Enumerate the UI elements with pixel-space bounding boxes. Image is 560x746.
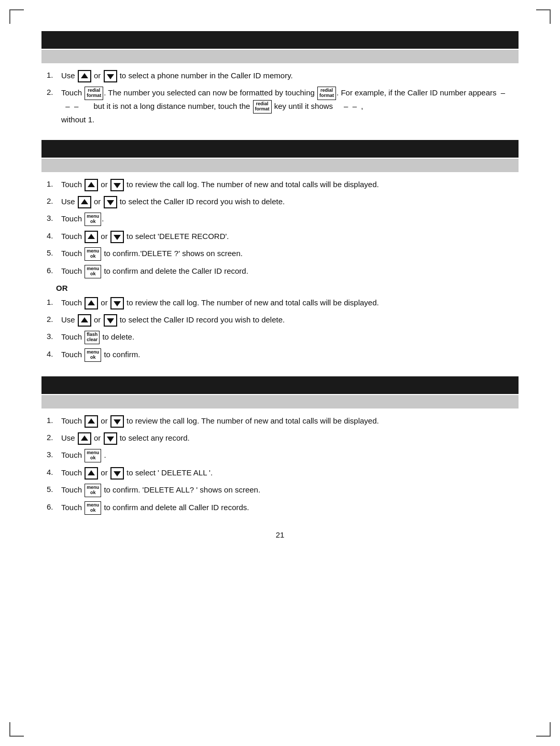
section-header-1: [41, 31, 519, 49]
page-number: 21: [41, 530, 519, 539]
down-arrow-icon: [110, 467, 124, 480]
menu-ok-key: menuok: [85, 501, 101, 515]
step-num: 1.: [47, 297, 61, 308]
delete-step-2: 2. Use or to select the Caller ID record…: [47, 195, 513, 208]
format-step-1: 1. Use or to select a phone number in th…: [47, 69, 513, 82]
step-content: Touch menuok to confirm. 'DELETE ALL? ' …: [61, 484, 513, 497]
format-step-2: 2. Touch redialformat. The number you se…: [47, 87, 513, 125]
up-arrow-icon: [78, 70, 91, 82]
down-arrow-icon: [110, 415, 124, 428]
section-delete-record: 1. Touch or to review the call log. The …: [41, 140, 519, 362]
step-num: 5.: [47, 247, 61, 259]
step-num: 1.: [47, 69, 61, 81]
step-num: 5.: [47, 484, 61, 496]
up-arrow-icon: [78, 196, 91, 208]
step-content: Touch flashclear to delete.: [61, 331, 513, 344]
step-num: 1.: [47, 178, 61, 190]
redial-format-key2: redialformat: [317, 87, 336, 100]
step-content: Touch menuok.: [61, 213, 513, 226]
step-content: Use or to select a phone number in the C…: [61, 69, 513, 82]
step-num: 2.: [47, 314, 61, 326]
up-arrow-icon: [85, 297, 98, 309]
down-arrow-icon: [104, 432, 117, 445]
corner-tl: [9, 9, 24, 24]
step-num: 3.: [47, 331, 61, 343]
delete-all-step-2: 2. Use or to select any record.: [47, 432, 513, 445]
section-header-3: [41, 376, 519, 394]
down-arrow-icon: [110, 179, 124, 191]
down-arrow-icon: [110, 231, 124, 243]
section-header-2: [41, 140, 519, 158]
delete-step-1: 1. Touch or to review the call log. The …: [47, 178, 513, 191]
step-content: Touch menuok to confirm.'DELETE ?' shows…: [61, 247, 513, 261]
corner-br: [536, 722, 551, 737]
step-num: 2.: [47, 87, 61, 98]
step-num: 2.: [47, 432, 61, 444]
up-arrow-icon: [78, 432, 91, 445]
up-arrow-icon: [85, 467, 98, 480]
delete-step-3: 3. Touch menuok.: [47, 213, 513, 226]
up-arrow-icon: [78, 314, 91, 327]
section-subheader-3: [41, 395, 519, 409]
redial-format-key: redialformat: [85, 87, 103, 100]
down-arrow-icon: [110, 297, 124, 309]
menu-ok-key: menuok: [85, 449, 101, 462]
step-num: 6.: [47, 265, 61, 277]
step-num: 2.: [47, 195, 61, 207]
corner-tr: [536, 9, 551, 24]
step-content: Touch or to review the call log. The num…: [61, 415, 513, 428]
section-format-caller-id: 1. Use or to select a phone number in th…: [41, 31, 519, 125]
delete-all-step-1: 1. Touch or to review the call log. The …: [47, 415, 513, 428]
step-num: 4.: [47, 230, 61, 242]
delete-all-step-5: 5. Touch menuok to confirm. 'DELETE ALL?…: [47, 484, 513, 497]
alt-delete-step-3: 3. Touch flashclear to delete.: [47, 331, 513, 344]
down-arrow-icon: [104, 196, 117, 208]
alt-delete-step-2: 2. Use or to select the Caller ID record…: [47, 314, 513, 327]
step-content: Touch or to review the call log. The num…: [61, 178, 513, 191]
step-num: 3.: [47, 449, 61, 461]
step-content: Use or to select the Caller ID record yo…: [61, 314, 513, 327]
down-arrow-icon: [104, 314, 117, 327]
delete-record-steps-list: 1. Touch or to review the call log. The …: [41, 178, 519, 278]
delete-record-alt-steps-list: 1. Touch or to review the call log. The …: [41, 297, 519, 362]
menu-ok-key: menuok: [85, 265, 101, 278]
section-delete-all: 1. Touch or to review the call log. The …: [41, 376, 519, 515]
alt-delete-step-1: 1. Touch or to review the call log. The …: [47, 297, 513, 309]
step-content: Touch or to review the call log. The num…: [61, 297, 513, 309]
step-num: 4.: [47, 348, 61, 360]
step-content: Use or to select any record.: [61, 432, 513, 445]
delete-all-step-4: 4. Touch or to select ' DELETE ALL '.: [47, 467, 513, 480]
step-num: 3.: [47, 213, 61, 224]
delete-step-5: 5. Touch menuok to confirm.'DELETE ?' sh…: [47, 247, 513, 261]
format-steps-list: 1. Use or to select a phone number in th…: [41, 69, 519, 125]
menu-ok-key: menuok: [85, 213, 101, 226]
menu-ok-key: menuok: [85, 348, 101, 362]
step-content: Touch redialformat. The number you selec…: [61, 87, 513, 125]
step-content: Touch or to select ' DELETE ALL '.: [61, 467, 513, 480]
step-num: 6.: [47, 501, 61, 513]
delete-step-4: 4. Touch or to select 'DELETE RECORD'.: [47, 230, 513, 243]
menu-ok-key: menuok: [85, 247, 101, 261]
delete-all-steps-list: 1. Touch or to review the call log. The …: [41, 415, 519, 515]
delete-all-step-6: 6. Touch menuok to confirm and delete al…: [47, 501, 513, 515]
up-arrow-icon: [85, 231, 98, 243]
step-content: Use or to select the Caller ID record yo…: [61, 195, 513, 208]
up-arrow-icon: [85, 179, 98, 191]
page-container: 1. Use or to select a phone number in th…: [0, 0, 560, 746]
menu-ok-key: menuok: [85, 484, 101, 497]
step-content: Touch menuok to confirm and delete the C…: [61, 265, 513, 278]
section-subheader-1: [41, 50, 519, 63]
step-content: Touch menuok .: [61, 449, 513, 462]
corner-bl: [9, 722, 24, 737]
redial-format-key3: redialformat: [253, 100, 272, 114]
alt-delete-step-4: 4. Touch menuok to confirm.: [47, 348, 513, 362]
step-content: Touch menuok to confirm.: [61, 348, 513, 362]
section-subheader-2: [41, 159, 519, 172]
down-arrow-icon: [104, 70, 117, 82]
flash-clear-key: flashclear: [85, 331, 100, 344]
delete-all-step-3: 3. Touch menuok .: [47, 449, 513, 462]
step-content: Touch or to select 'DELETE RECORD'.: [61, 230, 513, 243]
step-num: 4.: [47, 467, 61, 478]
delete-step-6: 6. Touch menuok to confirm and delete th…: [47, 265, 513, 278]
step-content: Touch menuok to confirm and delete all C…: [61, 501, 513, 515]
